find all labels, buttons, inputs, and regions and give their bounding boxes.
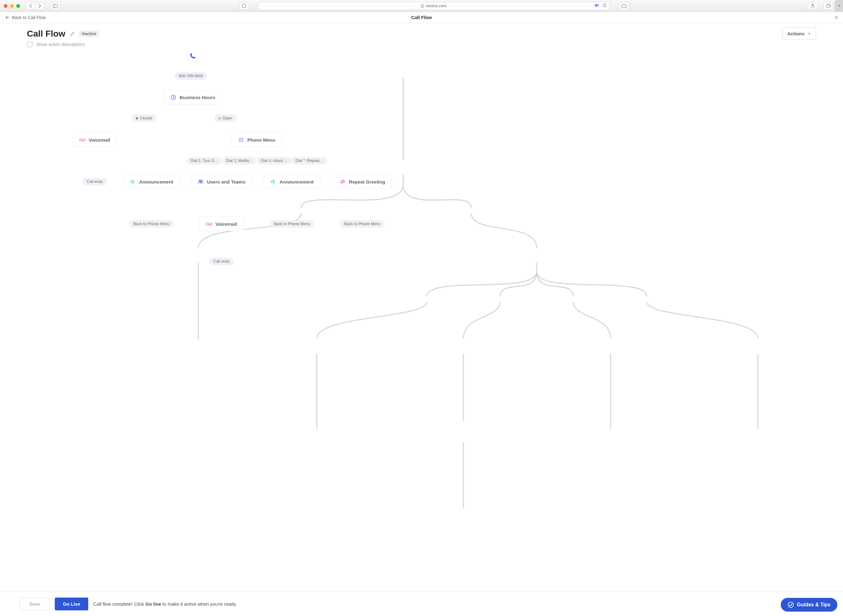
repeat-icon	[340, 179, 346, 185]
connectors	[0, 47, 843, 603]
voicemail-node[interactable]: Voicemail	[73, 133, 117, 147]
nav-back-button[interactable]	[26, 2, 35, 10]
show-tabs-button[interactable]	[824, 2, 833, 10]
users-teams-label: Users and Teams	[207, 179, 245, 185]
announcement-label: Announcement	[139, 179, 173, 185]
icloud-tabs-button[interactable]	[619, 2, 629, 10]
repeat-greeting-node[interactable]: Repeat Greeting	[333, 175, 392, 189]
branch-open-pill[interactable]: Open	[214, 114, 236, 122]
sidebar-toggle-button[interactable]	[51, 2, 60, 10]
lock-icon	[421, 4, 424, 8]
back-to-menu-pill-1[interactable]: Back to Phone Menu	[129, 220, 174, 227]
audio-indicator-icon[interactable]	[594, 3, 600, 8]
address-bar[interactable]: nextos.com	[258, 2, 609, 10]
browser-chrome: nextos.com ＋	[0, 0, 843, 12]
phone-number-label: 800-799-0600	[179, 74, 203, 78]
users-icon	[197, 179, 204, 185]
phone-number-pill[interactable]: 800-799-0600	[175, 72, 207, 80]
announcement-1-node[interactable]: Announcement	[123, 175, 179, 189]
voicemail-label: Voicemail	[89, 137, 110, 142]
back-to-menu-pill-3[interactable]: Back to Phone Menu	[340, 220, 385, 227]
pencil-icon	[70, 31, 75, 36]
branch-closed-pill[interactable]: Closed	[132, 114, 156, 122]
cloud-icon	[621, 4, 627, 8]
nav-back-forward	[26, 2, 44, 10]
svg-point-7	[79, 138, 82, 141]
back-link[interactable]: Back to Call Flow	[6, 15, 46, 20]
guides-tips-button[interactable]: Guides & Tips	[781, 598, 837, 612]
svg-point-22	[210, 223, 212, 225]
svg-rect-2	[421, 6, 424, 7]
phone-menu-node[interactable]: Phone Menu	[231, 133, 282, 147]
voicemail-icon	[206, 221, 212, 227]
dial-star-pill[interactable]: Dial *: Repeat...	[291, 157, 327, 164]
status-dot-closed-icon	[136, 117, 138, 119]
share-icon	[811, 4, 815, 8]
dial-3-pill[interactable]: Dial 3: About ...	[257, 157, 292, 164]
guides-tips-label: Guides & Tips	[797, 602, 830, 607]
caret-down-icon: ▼	[808, 32, 811, 35]
status-badge: Inactive	[79, 31, 99, 37]
dial-2-pill[interactable]: Dial 2: Media...	[222, 157, 256, 164]
tabs-icon	[826, 4, 831, 8]
users-teams-node[interactable]: Users and Teams	[191, 175, 252, 189]
actions-dropdown[interactable]: Actions ▼	[782, 28, 816, 40]
svg-point-21	[206, 223, 208, 225]
announcement-label: Announcement	[280, 179, 313, 185]
business-hours-label: Business Hours	[179, 95, 215, 100]
status-dot-open-icon	[218, 117, 221, 119]
new-tab-button[interactable]: ＋	[835, 0, 843, 12]
share-button[interactable]	[808, 2, 817, 10]
arrow-left-icon	[6, 16, 9, 19]
open-label: Open	[222, 116, 232, 120]
sub-header: Back to Call Flow Call Flow ✕	[0, 12, 843, 23]
save-button[interactable]: Save	[19, 598, 50, 610]
show-descriptions-label: Show action descriptions	[36, 42, 85, 47]
checkbox-icon	[27, 42, 32, 47]
svg-point-16	[239, 141, 240, 142]
repeat-greeting-label: Repeat Greeting	[349, 179, 385, 185]
svg-point-11	[241, 138, 241, 138]
back-to-menu-pill-2[interactable]: Back to Phone Menu	[270, 220, 314, 227]
flow-canvas[interactable]: 800-799-0600 Business Hours Closed Open …	[0, 47, 843, 603]
back-link-label: Back to Call Flow	[12, 15, 46, 20]
window-minimize-button[interactable]	[10, 4, 14, 8]
nav-forward-button[interactable]	[35, 2, 44, 10]
window-close-button[interactable]	[4, 4, 7, 8]
go-live-button[interactable]: Go Live	[55, 598, 88, 610]
chevron-right-icon	[38, 4, 41, 8]
address-bar-text: nextos.com	[426, 3, 447, 8]
svg-point-8	[83, 138, 85, 141]
status-message: Call flow complete! Click Go live to mak…	[93, 601, 237, 607]
window-zoom-button[interactable]	[16, 4, 20, 8]
sidebar-icon	[53, 4, 58, 8]
keypad-icon	[238, 136, 244, 143]
flow-start-node[interactable]	[187, 50, 199, 63]
sub-header-title: Call Flow	[411, 15, 432, 20]
voicemail-label: Voicemail	[216, 221, 237, 227]
voicemail-icon	[79, 136, 86, 143]
svg-point-13	[239, 139, 240, 140]
reload-button[interactable]	[603, 3, 607, 9]
call-ends-pill-1[interactable]: Call ends	[82, 178, 107, 185]
business-hours-node[interactable]: Business Hours	[164, 90, 222, 104]
svg-point-12	[242, 138, 243, 138]
svg-point-10	[239, 138, 240, 138]
dial-1-pill[interactable]: Dial 1: Tour D...	[187, 157, 222, 164]
show-descriptions-toggle[interactable]: Show action descriptions	[0, 40, 843, 47]
chevron-left-icon	[29, 4, 32, 8]
voicemail-2-node[interactable]: Voicemail	[200, 217, 244, 231]
call-ends-pill-2[interactable]: Call ends	[209, 258, 234, 265]
svg-point-17	[241, 141, 241, 142]
clock-icon	[170, 94, 177, 100]
close-button[interactable]: ✕	[834, 14, 839, 21]
window-controls	[4, 4, 20, 8]
edit-title-button[interactable]	[69, 31, 75, 37]
site-settings-button[interactable]	[239, 2, 249, 10]
phone-menu-label: Phone Menu	[247, 137, 275, 142]
announcement-2-node[interactable]: Announcement	[263, 175, 320, 189]
svg-point-18	[242, 141, 243, 142]
privacy-report-icon	[242, 4, 246, 8]
actions-label: Actions	[787, 31, 805, 36]
svg-point-15	[242, 139, 243, 140]
